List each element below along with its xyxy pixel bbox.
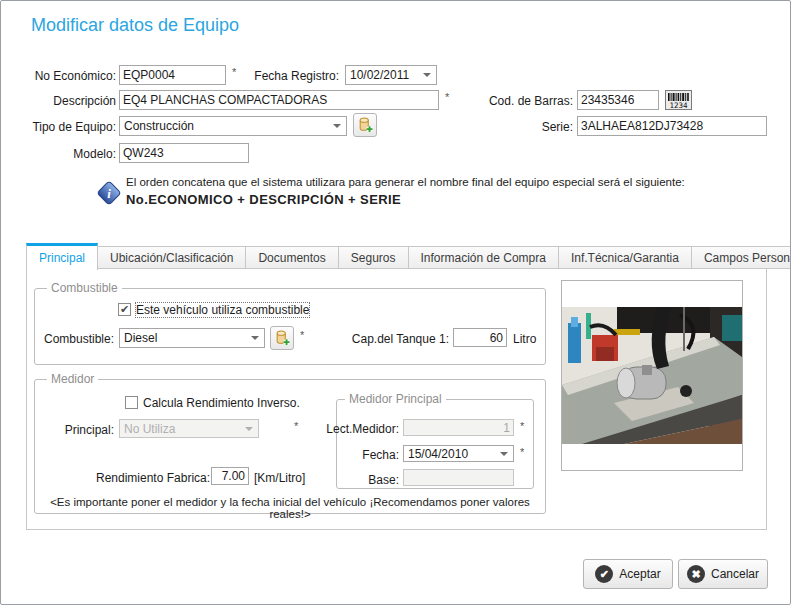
chevron-down-icon: [245, 427, 253, 431]
required-marker: *: [520, 420, 524, 432]
chevron-down-icon: [500, 452, 508, 456]
required-marker: *: [294, 420, 298, 432]
lect-medidor-label: Lect.Medidor:: [326, 422, 399, 436]
fecha-medidor-dropdown[interactable]: 15/04/2010: [403, 445, 514, 462]
fecha-medidor-label: Fecha:: [326, 448, 399, 462]
fecha-registro-dropdown[interactable]: 10/02/2011: [345, 65, 437, 85]
chevron-down-icon: [251, 336, 259, 340]
tab-campos-personalizados[interactable]: Campos Personalizados: [692, 246, 791, 269]
serie-input[interactable]: [577, 116, 767, 136]
base-input: [403, 469, 514, 486]
no-economico-input[interactable]: [119, 65, 226, 85]
tipo-equipo-label: Tipo de Equipo:: [6, 120, 116, 134]
principal-dropdown: No Utiliza: [119, 419, 259, 438]
info-formula: No.ECONOMICO + DESCRIPCIÓN + SERIE: [126, 192, 401, 207]
medidor-principal-group-label: Medidor Principal: [345, 392, 446, 406]
base-label: Base:: [326, 473, 399, 487]
info-text: El orden concatena que el sistema utiliz…: [126, 176, 685, 188]
fecha-medidor-value: 15/04/2010: [408, 447, 468, 461]
aceptar-label: Aceptar: [619, 567, 660, 581]
fecha-registro-value: 10/02/2011: [350, 68, 409, 82]
medidor-group-label: Medidor: [47, 372, 98, 386]
modelo-label: Modelo:: [6, 147, 116, 161]
principal-label: Principal:: [26, 423, 114, 437]
combustible-group-label: Combustible: [47, 281, 122, 295]
lect-medidor-input: [403, 419, 514, 436]
check-circle-icon: ✔: [595, 565, 613, 583]
barcode-icon[interactable]: 1234: [665, 90, 692, 114]
required-marker: *: [300, 329, 304, 341]
add-database-icon: [357, 117, 374, 134]
svg-text:i: i: [107, 186, 111, 201]
add-database-icon: [274, 330, 291, 347]
cancelar-label: Cancelar: [711, 567, 759, 581]
descripcion-input[interactable]: [119, 90, 439, 110]
add-tipo-equipo-button[interactable]: [353, 113, 377, 137]
cod-barras-label: Cod. de Barras:: [463, 94, 573, 108]
chevron-down-icon: [423, 73, 431, 77]
add-combustible-button[interactable]: [270, 326, 294, 350]
modelo-input[interactable]: [119, 143, 249, 163]
tab-bar: Principal Ubicación/Clasificación Docume…: [26, 243, 791, 269]
equipment-photo-frame: [561, 280, 743, 471]
svg-text:1234: 1234: [669, 101, 688, 110]
tab-informacion-compra[interactable]: Información de Compra: [409, 246, 559, 269]
tipo-equipo-value: Construcción: [124, 119, 194, 133]
info-diamond-icon: i: [95, 179, 123, 211]
utiliza-combustible-label[interactable]: Este vehículo utiliza combustible: [136, 303, 309, 317]
cap-tanque-input[interactable]: [453, 328, 507, 347]
rendimiento-inverso-checkbox[interactable]: [125, 396, 138, 409]
cancelar-button[interactable]: ✖ Cancelar: [678, 559, 768, 589]
combustible-dropdown[interactable]: Diesel: [119, 328, 265, 348]
cap-tanque-label: Cap.del Tanque 1:: [341, 332, 449, 346]
medidor-hint-text: <Es importante poner el medidor y la fec…: [34, 496, 546, 520]
required-marker: *: [445, 91, 449, 103]
page-title: Modificar datos de Equipo: [31, 15, 239, 36]
tab-principal[interactable]: Principal: [26, 243, 98, 270]
x-circle-icon: ✖: [687, 565, 705, 583]
rendimiento-fabrica-label: Rendimiento Fabrica:: [96, 471, 206, 485]
combustible-label: Combustible:: [26, 332, 114, 346]
no-economico-label: No Económico:: [6, 69, 116, 83]
check-icon: ✔: [120, 303, 129, 315]
tab-seguros[interactable]: Seguros: [339, 246, 409, 269]
rendimiento-inverso-label[interactable]: Calcula Rendimiento Inverso.: [143, 396, 300, 410]
descripcion-label: Descripción: [6, 94, 116, 108]
equipment-photo: [562, 307, 742, 444]
serie-label: Serie:: [463, 120, 573, 134]
required-marker: *: [232, 66, 236, 78]
dialog-modificar-equipo: Modificar datos de Equipo No Económico: …: [0, 0, 791, 605]
km-litro-unit-label: [Km/Litro]: [254, 471, 305, 485]
fecha-registro-label: Fecha Registro:: [239, 69, 339, 83]
tab-inf-tecnica-garantia[interactable]: Inf.Técnica/Garantia: [559, 246, 692, 269]
tab-ubicacion-clasificacion[interactable]: Ubicación/Clasificación: [98, 246, 246, 269]
combustible-value: Diesel: [124, 331, 157, 345]
tipo-equipo-dropdown[interactable]: Construcción: [119, 116, 347, 136]
tab-documentos[interactable]: Documentos: [246, 246, 338, 269]
required-marker: *: [520, 446, 524, 458]
aceptar-button[interactable]: ✔ Aceptar: [583, 559, 673, 589]
litro-unit-label: Litro: [513, 332, 536, 346]
cod-barras-input[interactable]: [577, 90, 659, 110]
rendimiento-fabrica-input[interactable]: [211, 467, 249, 485]
principal-value: No Utiliza: [124, 422, 175, 436]
chevron-down-icon: [333, 124, 341, 128]
utiliza-combustible-checkbox[interactable]: ✔: [118, 303, 131, 316]
